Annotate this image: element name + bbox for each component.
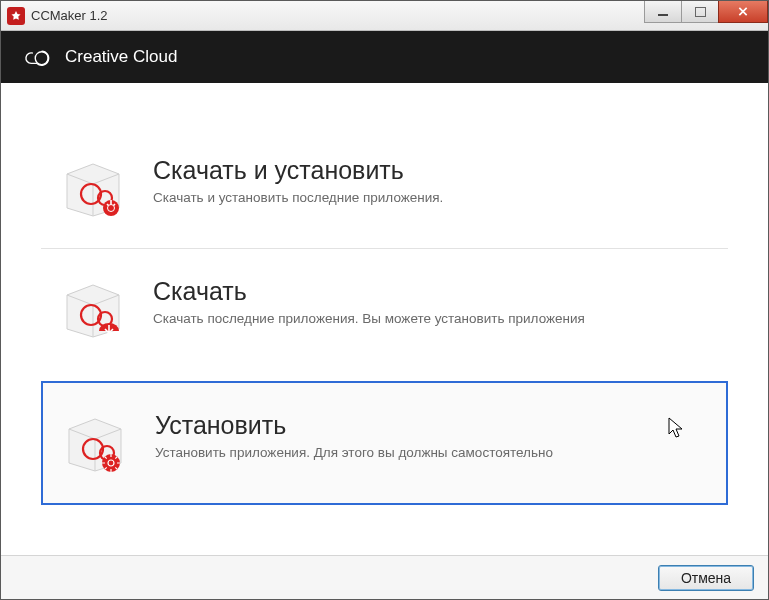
minimize-button[interactable] xyxy=(644,1,682,23)
close-button[interactable] xyxy=(718,1,768,23)
option-download[interactable]: Скачать Скачать последние приложения. Вы… xyxy=(41,248,728,369)
titlebar: CCMaker 1.2 xyxy=(1,1,768,31)
box-install-icon xyxy=(63,415,127,473)
option-text: Скачать Скачать последние приложения. Вы… xyxy=(153,277,708,329)
options-list: Скачать и установить Скачать и установит… xyxy=(1,83,768,555)
option-download-install[interactable]: Скачать и установить Скачать и установит… xyxy=(41,128,728,248)
footer: Отмена xyxy=(1,555,768,599)
window-title: CCMaker 1.2 xyxy=(31,8,108,23)
option-title: Скачать xyxy=(153,277,708,306)
option-desc: Скачать последние приложения. Вы можете … xyxy=(153,310,708,329)
svg-point-6 xyxy=(108,205,115,212)
option-desc: Скачать и установить последние приложени… xyxy=(153,189,708,208)
option-title: Скачать и установить xyxy=(153,156,708,185)
option-text: Скачать и установить Скачать и установит… xyxy=(153,156,708,208)
app-window: CCMaker 1.2 Creative Cloud xyxy=(0,0,769,600)
option-title: Установить xyxy=(155,411,706,440)
brand-label: Creative Cloud xyxy=(65,47,177,67)
box-download-icon xyxy=(61,281,125,339)
cancel-button[interactable]: Отмена xyxy=(658,565,754,591)
app-icon xyxy=(7,7,25,25)
box-download-install-icon xyxy=(61,160,125,218)
window-controls xyxy=(645,1,768,23)
svg-point-0 xyxy=(35,52,48,65)
option-install[interactable]: Установить Установить приложения. Для эт… xyxy=(41,381,728,505)
maximize-button[interactable] xyxy=(681,1,719,23)
brand-header: Creative Cloud xyxy=(1,31,768,83)
creative-cloud-icon xyxy=(23,43,51,71)
option-desc: Установить приложения. Для этого вы долж… xyxy=(155,444,706,463)
option-text: Установить Установить приложения. Для эт… xyxy=(155,411,706,463)
